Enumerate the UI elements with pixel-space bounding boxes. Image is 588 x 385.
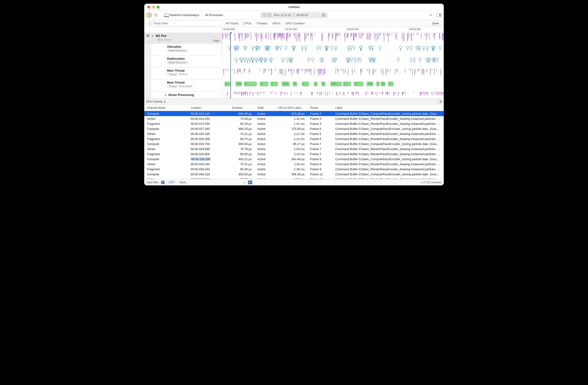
table-row[interactable]: Compute00:00.028.756900.50 µsActive86.17…	[144, 141, 444, 146]
filter-chip[interactable]: Dawn_	[180, 181, 188, 184]
table-row[interactable]: Fragment00:00.028.29665.75 µsActive1.21 …	[144, 136, 444, 141]
table-row[interactable]: Compute00:00.013.315904.46 µsActive373.3…	[144, 111, 444, 116]
detail-selector[interactable]: GPU Activity	[146, 100, 163, 103]
table-row[interactable]: Vertex00:00.039.24075.21 µsActive1.28 ms…	[144, 161, 444, 167]
col-duration[interactable]: Duration	[229, 105, 254, 111]
zoom-window-icon[interactable]	[157, 6, 159, 8]
cell-label: Command Buffer 0:Dawn_RenderPassEncoder_…	[333, 132, 444, 135]
track-row[interactable]: ▼Driver Processing	[151, 91, 222, 98]
updown-icon[interactable]: ▲▼	[164, 100, 166, 103]
cell-channel: Compute	[144, 157, 188, 161]
cell-frame: Frame 7	[307, 142, 333, 146]
table-row[interactable]: Compute00:00.027.260904.33 µsActive175.0…	[144, 126, 444, 131]
track-tag: Thread	[167, 73, 178, 76]
col-label[interactable]: Label	[333, 105, 444, 111]
col-frame[interactable]: Frame	[307, 105, 333, 111]
add-icon[interactable]: ＋	[429, 12, 433, 18]
tab-cpus[interactable]: CPUs	[243, 21, 251, 25]
next-run-icon[interactable]: 〉	[268, 13, 272, 17]
pause-icon[interactable]	[154, 14, 158, 17]
table-row[interactable]: Vertex00:00.029.69675.79 µsActive1.03 ms…	[144, 146, 444, 152]
table-row[interactable]: Compute00:00.046.324903.00 µsActive395.3…	[144, 172, 444, 177]
minimize-window-icon[interactable]	[152, 6, 155, 8]
track-row[interactable]: Main ThreadThread0x124eef	[151, 79, 222, 91]
command-buffer-bar[interactable]: Com…	[367, 82, 373, 86]
command-buffer-bar[interactable]: C…	[225, 82, 231, 86]
command-buffer-bar[interactable]: Com…	[331, 82, 342, 86]
table-body[interactable]: Compute00:00.013.315904.46 µsActive373.3…	[144, 111, 444, 179]
table-row[interactable]: Vertex00:00.047.26075.50 µsActive1.33 ms…	[144, 177, 444, 179]
run-selector[interactable]: 〈 〉 Run 12 of 12 | 00:00:00 i	[260, 12, 328, 18]
track-row[interactable]: Main ThreadThread0xfce	[151, 67, 222, 79]
chevron-right-icon[interactable]: ▼	[165, 94, 167, 96]
cell-channel: Fragment	[144, 152, 188, 156]
track-row[interactable]: DeallocationMetal Resource	[151, 56, 222, 67]
tab-gpus[interactable]: GPUs	[273, 21, 280, 25]
command-buffer-bar[interactable]: C…	[388, 82, 394, 86]
command-buffer-bar[interactable]: C…	[343, 82, 351, 86]
cell-creation: 00:00.014.355	[188, 122, 229, 126]
cell-frame: Frame 5	[307, 127, 333, 131]
col-latency[interactable]: CPU to GPU Laten…	[275, 105, 307, 111]
table-row[interactable]: Fragment00:00.029.80565.83 µsActive1.14 …	[144, 152, 444, 156]
filter-mode[interactable]: ANY▾	[167, 181, 178, 184]
filter-scope-icon[interactable]: ⊕	[161, 181, 165, 184]
command-buffer-bar[interactable]: C…	[354, 82, 363, 86]
timeline-ruler[interactable]: 00:00.00000:00.10000:00.20000:00.300	[222, 27, 444, 33]
table-row[interactable]: Compute00:00.038.306903.21 µsActive343.4…	[144, 156, 444, 161]
cell-duration: 65.83 µs	[229, 152, 254, 156]
tab-all-tracks[interactable]: All Tracks	[226, 21, 238, 25]
track-filter-input[interactable]	[153, 21, 219, 25]
close-window-icon[interactable]	[147, 6, 150, 8]
chevron-down-icon[interactable]: ▼	[152, 35, 154, 37]
tab-gpu-counters[interactable]: GPU Counters	[286, 21, 305, 25]
command-buffer-bar[interactable]: Com…	[381, 82, 385, 86]
track-row[interactable]: AllocationMetal Resource	[151, 44, 222, 56]
command-buffer-bar[interactable]: C…	[260, 82, 269, 86]
command-buffer-bar[interactable]: C…	[314, 82, 317, 86]
cell-frame: Frame 5	[307, 132, 333, 135]
cell-creation: 00:00.038.306	[188, 157, 229, 161]
cell-creation: 00:00.046.324	[188, 173, 229, 176]
command-buffer-bar[interactable]: Comm…	[293, 82, 297, 86]
laptop-icon	[165, 14, 168, 17]
col-state[interactable]: State	[254, 105, 275, 111]
cell-state: Active	[254, 168, 275, 171]
toggle-inspector-icon[interactable]	[436, 13, 441, 17]
device-header[interactable]: ▼ M1 Pro Metal Device State	[144, 33, 222, 44]
cell-channel: Compute	[144, 112, 188, 116]
save-button[interactable]: Save	[429, 21, 442, 26]
clear-filter-icon[interactable]: ⊗	[243, 181, 246, 184]
cell-channel: Compute	[144, 127, 188, 131]
cell-state: Active	[254, 157, 275, 161]
record-icon[interactable]	[147, 13, 152, 18]
command-buffer-bar[interactable]: Com…	[236, 82, 242, 86]
command-buffer-bar[interactable]: C…	[302, 82, 309, 86]
track-filter[interactable]	[146, 20, 221, 26]
table-header: Channel Name Creation⌃ Duration State CP…	[144, 105, 444, 111]
table-row[interactable]: Fragment00:00.014.35565.29 µsActive1.41 …	[144, 121, 444, 126]
case-toggle-icon[interactable]: Aa	[248, 181, 252, 184]
prev-run-icon[interactable]: 〈	[263, 13, 267, 17]
toggle-detail-panel-icon[interactable]	[438, 100, 442, 103]
command-buffer-bar[interactable]: Com…	[282, 82, 289, 86]
cell-frame: Frame 7	[307, 147, 333, 151]
tab-threads[interactable]: Threads	[256, 21, 267, 25]
table-row[interactable]: Vertex00:00.028.19574.21 µsActive1.11 ms…	[144, 131, 444, 136]
info-icon[interactable]: i	[322, 13, 325, 17]
cell-duration: 75.79 µs	[229, 147, 254, 151]
cell-state: Active	[254, 173, 275, 176]
playhead[interactable]	[230, 33, 231, 98]
col-creation[interactable]: Creation⌃	[188, 105, 229, 111]
timeline-lanes[interactable]: C…Com…C…C…C…Com…Comm…C…C…C…Com…C…C…Com…C…	[222, 33, 444, 98]
command-buffer-bar[interactable]: C…	[271, 82, 278, 86]
command-buffer-bar[interactable]: C…	[244, 82, 256, 86]
table-row[interactable]: Vertex00:00.014.25374.58 µsActive1.31 ms…	[144, 116, 444, 121]
run-label: Run 12 of 12	[274, 13, 291, 17]
command-buffer-bar[interactable]: C…	[377, 82, 379, 86]
breadcrumb[interactable]: fbeaufort-macbookpro 〉 All Processes	[165, 13, 223, 17]
col-channel[interactable]: Channel Name	[144, 105, 188, 111]
cell-frame: Frame 9	[307, 157, 333, 161]
command-buffer-bar[interactable]: C…	[322, 82, 325, 86]
table-row[interactable]: Fragment00:00.039.34465.58 µsActive1.38 …	[144, 167, 444, 172]
